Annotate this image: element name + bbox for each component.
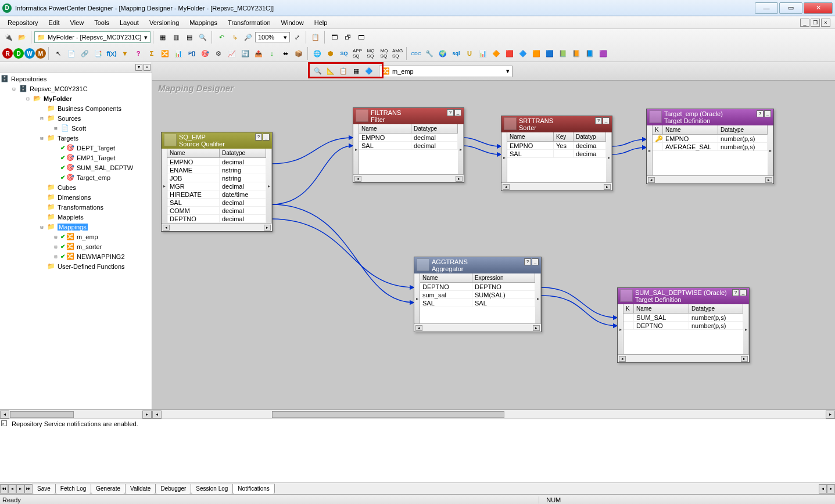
col-name[interactable]: Name xyxy=(663,125,718,134)
tool-btn[interactable]: CDC xyxy=(410,47,422,60)
open-icon[interactable]: 📂 xyxy=(16,31,28,44)
tool-btn[interactable]: 🔄 xyxy=(239,47,252,60)
col-type[interactable]: Datatype xyxy=(689,304,743,313)
connect-icon[interactable]: 🔌 xyxy=(2,31,15,44)
sql-icon[interactable]: sql xyxy=(450,47,463,60)
port-in[interactable]: ▸ xyxy=(414,273,420,323)
tree-cubes[interactable]: Cubes xyxy=(58,184,76,191)
canvas-hscroll[interactable]: ◂▸ xyxy=(152,409,835,419)
tool-btn[interactable]: U xyxy=(463,47,476,60)
tab-debugger[interactable]: Debugger xyxy=(155,484,191,494)
d-icon[interactable]: D xyxy=(13,48,24,59)
tree-dims[interactable]: Dimensions xyxy=(58,194,91,201)
menu-layout[interactable]: Layout xyxy=(114,16,144,29)
transformation-dropdown[interactable]: 🔀 m_emp ▾ xyxy=(379,66,513,77)
tool-btn[interactable]: ⬢ xyxy=(324,47,337,60)
box-hscroll[interactable]: ◂▸ xyxy=(501,182,612,190)
port-in[interactable]: ▸ xyxy=(353,124,359,174)
tool-btn[interactable]: 🌐 xyxy=(311,47,324,60)
port-out[interactable]: ▸ xyxy=(266,149,272,223)
box-hscroll[interactable]: ◂▸ xyxy=(353,174,464,182)
tool-btn[interactable]: 🗔 xyxy=(328,31,341,44)
mapping-canvas[interactable]: 🔍 📐 📋 ▦ 🔷 🔀 m_emp ▾ Mapping Designer xyxy=(152,62,835,419)
menu-transformation[interactable]: Transformation xyxy=(223,16,276,29)
tool-btn[interactable]: 📙 xyxy=(570,47,583,60)
box-help[interactable]: ? xyxy=(757,110,764,117)
box-aggtrans[interactable]: AGGTRANSAggregator ?_ ▸ NameExpression D… xyxy=(414,257,542,332)
arrow-back-icon[interactable]: ↶ xyxy=(215,31,228,44)
mdi-close[interactable]: × xyxy=(821,19,830,27)
sigma-icon[interactable]: Σ xyxy=(145,47,158,60)
minimize-button[interactable]: — xyxy=(755,2,778,14)
table-row[interactable]: SUM_SALnumber(p,s) xyxy=(623,314,743,322)
tool-btn[interactable]: 📄 xyxy=(65,47,78,60)
box-hscroll[interactable]: ◂▸ xyxy=(162,223,272,231)
col-type[interactable]: Datatype xyxy=(220,149,266,157)
table-row[interactable]: 🔑EMPNOnumber(p,s) xyxy=(653,135,768,143)
table-row[interactable]: AVERAGE_SALnumber(p,s) xyxy=(653,143,768,151)
tab-notifications[interactable]: Notifications xyxy=(232,484,274,494)
box-filtrans[interactable]: FILTRANSFilter ?_ ▸ NameDatatype EMPNOde… xyxy=(353,107,464,183)
col-name[interactable]: Name xyxy=(167,149,220,157)
tool-btn[interactable]: ▦ xyxy=(156,31,169,44)
box-help[interactable]: ? xyxy=(732,289,739,296)
table-row[interactable]: DEPTNOnumber(p,s) xyxy=(623,322,743,330)
tree-repo[interactable]: Repsvc_MC0Y231C xyxy=(30,85,88,92)
box-min[interactable]: _ xyxy=(532,258,539,265)
box-min[interactable]: _ xyxy=(740,289,747,296)
m-icon[interactable]: M xyxy=(35,48,46,59)
tree-mapplets[interactable]: Mapplets xyxy=(58,214,84,221)
table-row[interactable]: EMPNOYesdecima xyxy=(507,142,606,150)
find-icon[interactable]: 🔎 xyxy=(242,31,255,44)
tree-trans[interactable]: Transformations xyxy=(58,204,103,211)
table-row[interactable]: ENAMEnstring xyxy=(167,166,266,174)
col-type[interactable]: Datatyp xyxy=(574,132,606,141)
expand-toggle[interactable]: ⊟ xyxy=(9,86,19,92)
tool-btn[interactable]: 🟥 xyxy=(503,47,516,60)
box-srttrans[interactable]: SRTTRANSSorter ?_ ▸ NameKeyDatatyp EMPNO… xyxy=(501,116,612,191)
tool-btn[interactable]: ▤ xyxy=(183,31,196,44)
table-row[interactable]: SALdecima xyxy=(507,150,606,158)
tree-memp[interactable]: m_emp xyxy=(77,233,98,240)
table-row[interactable]: JOBnstring xyxy=(167,174,266,182)
output-close[interactable]: × xyxy=(1,420,7,426)
port-in[interactable]: ▸ xyxy=(647,125,653,175)
menu-repository[interactable]: Repository xyxy=(2,16,44,29)
menu-tools[interactable]: Tools xyxy=(89,16,114,29)
port-out[interactable]: ▸ xyxy=(535,273,541,323)
menu-mappings[interactable]: Mappings xyxy=(184,16,223,29)
col-key[interactable]: Key xyxy=(554,132,574,141)
box-help[interactable]: ? xyxy=(447,109,454,116)
menu-edit[interactable]: Edit xyxy=(44,16,65,29)
tree-scott[interactable]: Scott xyxy=(71,125,86,132)
table-row[interactable]: SALdecimal xyxy=(167,199,266,207)
port-out[interactable]: ▸ xyxy=(458,124,464,174)
tree-sources[interactable]: Sources xyxy=(58,115,81,122)
tree-bizcomp[interactable]: Business Components xyxy=(58,105,121,112)
tool-btn[interactable]: 🌍 xyxy=(436,47,449,60)
tree-sumdept[interactable]: SUM_SAL_DEPTW xyxy=(77,164,133,171)
tool-btn[interactable]: 📊 xyxy=(476,47,489,60)
table-row[interactable]: EMPNOdecimal xyxy=(167,158,266,166)
tool-btn[interactable]: 🟪 xyxy=(597,47,610,60)
tool-btn[interactable]: 🔍 xyxy=(311,65,324,78)
port-in[interactable]: ▸ xyxy=(501,132,507,182)
tool-btn[interactable]: AMGSQ xyxy=(391,47,404,60)
port-out[interactable]: ▸ xyxy=(606,132,612,182)
tree-targets[interactable]: Targets xyxy=(58,135,78,142)
zoom-fit-icon[interactable]: ⤢ xyxy=(291,31,303,44)
menu-help[interactable]: Help xyxy=(309,16,333,29)
fx-icon[interactable]: f(x) xyxy=(105,47,118,60)
expand-toggle[interactable]: ⊞ xyxy=(51,244,60,250)
box-hscroll[interactable]: ◂▸ xyxy=(647,175,773,183)
arrow-fwd-icon[interactable]: ↳ xyxy=(228,31,241,44)
expand-toggle[interactable]: ⊟ xyxy=(37,116,46,121)
col-name[interactable]: Name xyxy=(507,132,554,141)
table-row[interactable]: MGRdecimal xyxy=(167,182,266,190)
tool-btn[interactable]: 🟦 xyxy=(543,47,556,60)
port-in[interactable]: ▸ xyxy=(618,304,623,354)
tool-btn[interactable]: ▦ xyxy=(350,65,363,78)
tree-folder[interactable]: MyFolder xyxy=(44,95,72,102)
scroll-left[interactable]: ◂ xyxy=(819,484,827,494)
tree-emp1[interactable]: EMP1_Target xyxy=(77,154,116,161)
